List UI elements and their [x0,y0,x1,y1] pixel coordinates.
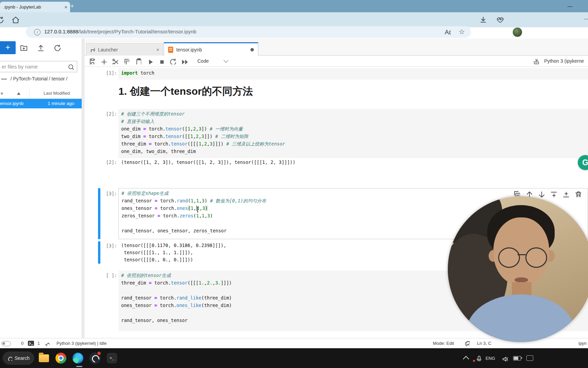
kernel-switcher[interactable]: Python 3 (ipykerne [544,58,584,64]
kernel-sessions-icon[interactable] [44,341,50,346]
taskbar-search[interactable]: Search [3,352,34,365]
file-name: ensor.ipynb [0,101,23,106]
edge-active-indicator [76,366,82,367]
input-prompt: [1]: [99,70,117,76]
downloads-icon[interactable] [479,16,487,23]
window-minimize-button[interactable]: — [561,2,578,10]
refresh-file-list-icon[interactable] [54,44,61,51]
kernel-status[interactable]: Python 3 (ipykernel) | Idle [56,341,107,346]
jupyter-statusbar: 0 1 Python 3 (ipykernel) | Idle Mode: Ed… [0,338,588,348]
sidebar-resize-handle[interactable] [82,39,84,338]
file-explorer-icon[interactable] [38,352,50,364]
tab-close-icon[interactable]: × [156,47,159,52]
code-editor[interactable]: # 创建三个不用维度的tensor# 直接手动输入one_dim = torch… [118,109,588,158]
breadcrumb-path[interactable]: / PyTorch-Tutorial / tensor / [11,76,68,81]
statusbar-filename: ipyn [578,341,587,346]
stop-kernel-icon[interactable] [158,58,164,64]
glasses-bridge [518,254,526,255]
tab-notebook-active[interactable]: tensor.ipynb [164,42,258,56]
column-modified-header[interactable]: Last Modified [44,91,70,96]
tab-notebook-label: tensor.ipynb [176,47,202,52]
debugger-icon[interactable] [533,58,539,64]
site-info-icon[interactable]: i [34,29,40,35]
breadcrumb[interactable]: ••• / PyTorch-Tutorial / tensor / [1,76,67,81]
paste-cells-icon[interactable] [135,58,141,64]
kernel-count[interactable]: 1 [37,341,40,346]
search-icon [7,356,12,361]
browser-tab[interactable]: .ipynb - JupyterLab × [0,2,70,12]
notebook-toolbar: Code Python 3 (ipykerne [84,56,588,67]
move-cell-down-icon[interactable] [538,190,544,197]
code-cell-1[interactable]: [1]: import torch [84,68,588,80]
microphone-icon[interactable] [472,352,484,364]
code-cell-2[interactable]: [2]: # 创建三个不用维度的tensor# 直接手动输入one_dim = … [84,109,588,158]
breadcrumb-ellipsis-icon[interactable]: ••• [1,76,7,81]
code-editor[interactable]: import torch [118,68,588,80]
upload-icon[interactable] [37,44,44,51]
output-cell-2: [2]: (tensor([1, 2, 3]), tensor([[1, 2, … [84,158,588,167]
terminal-count[interactable]: 0 [21,341,23,346]
browser-profile-avatar[interactable] [512,27,522,37]
save-icon[interactable] [88,58,95,64]
file-search-input[interactable]: er files by name [0,61,77,72]
unsaved-changes-icon[interactable] [250,48,254,51]
text-cursor-pointer [196,207,199,213]
sort-ascending-icon[interactable] [17,92,20,95]
cursor-position[interactable]: Ln 3, C [477,341,491,346]
column-divider [29,89,30,97]
restart-run-all-icon[interactable] [181,58,187,64]
tray-icon[interactable] [524,352,536,364]
markdown-cell[interactable]: 1. 创建一个tensor的不同方法 [84,85,588,102]
edge-icon[interactable] [72,352,84,364]
browser-addressbar: i 127.0.0.1:8888/lab/tree/project/PyTorc… [0,12,588,27]
favorite-star-icon[interactable]: ☆ [459,28,465,36]
volume-icon[interactable] [499,352,510,364]
chevron-down-icon [224,58,228,63]
glasses-lens [498,247,520,268]
add-cell-icon[interactable] [100,58,107,64]
launcher-icon [90,47,95,52]
url-path: /lab/tree/project/PyTorch-Tutorial/tenso… [78,29,196,34]
cell-type-select[interactable]: Code [197,58,228,64]
screen: .ipynb - JupyterLab × + — i 127.0.0.1:88… [0,0,588,368]
cut-cells-icon[interactable] [112,58,118,64]
url-text[interactable]: 127.0.0.1:8888/lab/tree/project/PyTorch-… [44,29,196,34]
webcam-overlay [448,196,588,342]
search-icon [67,63,74,70]
new-launcher-button[interactable]: + [0,41,16,54]
delete-cell-icon[interactable] [574,190,581,197]
battery-icon[interactable] [511,352,523,364]
copy-cells-icon[interactable] [123,58,130,64]
tab-launcher[interactable]: Launcher × [86,43,163,56]
mic-active-dot [473,360,475,362]
insert-cell-below-icon[interactable] [562,190,569,197]
output-text: (tensor([1, 2, 3]), tensor([[1, 2, 3]]),… [118,158,588,167]
refresh-icon[interactable] [0,16,4,24]
browser-essentials-icon[interactable] [496,16,504,23]
tab-close-icon[interactable]: × [64,4,67,10]
input-prompt: [2]: [99,111,117,117]
insert-cell-above-icon[interactable] [550,190,557,197]
terminal-app-icon[interactable]: >_ [106,352,118,364]
column-name-header[interactable]: e [1,91,3,96]
home-icon[interactable] [12,16,19,24]
run-cell-icon[interactable] [146,58,153,64]
url-bar[interactable]: i 127.0.0.1:8888/lab/tree/project/PyTorc… [26,26,471,38]
new-folder-icon[interactable] [20,44,27,51]
restart-kernel-icon[interactable] [169,58,176,64]
language-indicator[interactable]: ENG [485,352,496,364]
file-row-selected[interactable]: ensor.ipynb 1 minute ago [0,99,82,108]
tray-expand-icon[interactable] [460,352,472,364]
chrome-icon[interactable] [55,352,67,364]
editor-mode[interactable]: Mode: Edit [433,341,454,346]
file-search-placeholder: er files by name [2,64,38,70]
browser-menu-icon[interactable]: ⋯ [584,15,588,23]
new-tab-button[interactable]: + [68,2,76,11]
taskbar-search-label: Search [15,355,30,361]
file-list-header[interactable]: e Last Modified [0,88,82,98]
tab-launcher-label: Launcher [98,47,118,52]
browser-tab-title: .ipynb - JupyterLab [3,4,64,10]
simple-mode-toggle[interactable] [1,341,11,346]
person-mouth [514,277,528,282]
read-aloud-icon[interactable] [444,29,451,35]
